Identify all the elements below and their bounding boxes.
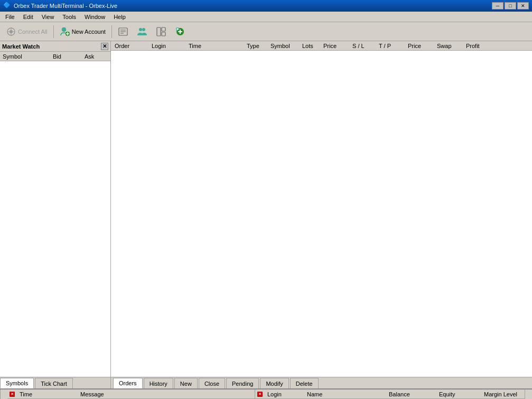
accounts-header-row: ✕ Login Name Balance Equity Margin Level — [255, 390, 525, 399]
accounts-panel-close[interactable]: ✕ — [257, 392, 263, 397]
toolbar-btn-add[interactable] — [171, 24, 189, 39]
col-symbol-orders: Symbol — [269, 43, 301, 49]
app-icon: 🔷 — [3, 2, 12, 10]
col-lots: Lots — [301, 43, 322, 49]
connect-all-label: Connect All — [18, 28, 48, 35]
new-account-button[interactable]: New Account — [56, 24, 109, 39]
toolbar: Connect All New Account — [0, 22, 532, 41]
new-account-icon — [60, 26, 70, 37]
tab-close[interactable]: Close — [199, 378, 225, 388]
minimize-button[interactable]: ─ — [492, 2, 503, 10]
tab-new[interactable]: New — [174, 378, 198, 388]
accounts-vertical-label[interactable]: Accounts — [525, 390, 532, 399]
market-watch-columns: Symbol Bid Ask — [0, 52, 110, 61]
maximize-button[interactable]: □ — [505, 2, 516, 10]
svg-point-13 — [142, 28, 145, 31]
toolbar-btn-orders[interactable] — [114, 24, 132, 39]
col-type: Type — [245, 43, 269, 49]
menu-edit[interactable]: Edit — [19, 13, 38, 21]
journal-panel-close[interactable]: ✕ — [10, 392, 15, 397]
col-price2: Price — [406, 43, 435, 49]
connect-icon — [6, 26, 16, 37]
col-margin-level-accounts: Margin Level — [482, 391, 522, 397]
tab-history[interactable]: History — [144, 378, 173, 388]
toolbar-separator-2 — [111, 25, 112, 38]
col-equity-accounts: Equity — [437, 391, 482, 397]
tab-pending[interactable]: Pending — [226, 378, 259, 388]
tab-tick-chart[interactable]: Tick Chart — [35, 378, 73, 388]
market-watch-header: Market Watch ✕ — [0, 41, 110, 52]
tab-symbols[interactable]: Symbols — [0, 378, 34, 388]
title-bar: 🔷 Orbex Trader MultiTerminal - Orbex-Liv… — [0, 0, 532, 12]
col-balance-accounts: Balance — [387, 391, 437, 397]
market-watch-close[interactable]: ✕ — [101, 43, 108, 50]
title-text: Orbex Trader MultiTerminal - Orbex-Live — [14, 3, 492, 9]
journal-header-row: ✕ Time Message — [7, 390, 255, 399]
col-ask: Ask — [83, 53, 109, 60]
journal-panel: ✕ Time Message 2017.02.15 12:5... Orbex … — [7, 390, 255, 399]
orders-tabs: Orders History New Close Pending Modify … — [111, 377, 532, 388]
tab-modify[interactable]: Modify — [260, 378, 288, 388]
col-bid: Bid — [51, 53, 83, 60]
main-container: Market Watch ✕ Symbol Bid Ask Symbols Ti… — [0, 41, 532, 388]
menu-bar: File Edit View Tools Window Help — [0, 12, 532, 22]
add-icon — [175, 26, 185, 37]
left-tabs: Symbols Tick Chart — [0, 377, 110, 388]
accounts-panel: ✕ Login Name Balance Equity Margin Level — [255, 390, 525, 399]
col-login-accounts: Login — [266, 391, 305, 397]
col-price: Price — [322, 43, 351, 49]
col-tp: T / P — [377, 43, 406, 49]
svg-point-4 — [62, 27, 66, 32]
orders-content — [111, 51, 532, 377]
toolbar-separator-1 — [53, 25, 54, 38]
col-order: Order — [113, 43, 150, 49]
market-watch-title: Market Watch — [2, 43, 40, 50]
svg-rect-14 — [157, 27, 161, 36]
tab-orders[interactable]: Orders — [113, 378, 143, 388]
menu-view[interactable]: View — [38, 13, 59, 21]
title-bar-buttons: ─ □ ✕ — [492, 2, 529, 10]
menu-tools[interactable]: Tools — [58, 13, 80, 21]
col-name-accounts: Name — [305, 391, 387, 397]
col-login: Login — [150, 43, 187, 49]
toolbar-btn-accounts[interactable] — [133, 24, 151, 39]
menu-file[interactable]: File — [1, 13, 19, 21]
col-sl: S / L — [351, 43, 377, 49]
col-message-journal: Message — [79, 391, 106, 397]
bottom-section: Toolbox ✕ Time Message 2017.02.15 12:5..… — [0, 388, 532, 399]
close-button[interactable]: ✕ — [517, 2, 529, 10]
tab-delete[interactable]: Delete — [290, 378, 319, 388]
col-swap: Swap — [435, 43, 464, 49]
right-panel: Order Login Time Type Symbol Lots Price … — [111, 41, 532, 388]
col-profit: Profit — [464, 43, 530, 49]
svg-rect-15 — [162, 27, 165, 31]
accounts-icon — [137, 26, 147, 37]
toolbox-sidebar[interactable]: Toolbox — [0, 390, 7, 399]
menu-window[interactable]: Window — [80, 13, 109, 21]
market-watch-panel: Market Watch ✕ Symbol Bid Ask Symbols Ti… — [0, 41, 111, 388]
new-account-label: New Account — [72, 28, 106, 35]
orders-columns: Order Login Time Type Symbol Lots Price … — [111, 41, 532, 51]
svg-point-12 — [139, 28, 142, 31]
col-time-journal: Time — [18, 391, 79, 397]
col-time: Time — [187, 43, 245, 49]
orders-icon — [118, 26, 128, 37]
layout-icon — [156, 26, 166, 37]
market-watch-content — [0, 61, 110, 377]
menu-help[interactable]: Help — [109, 13, 130, 21]
svg-rect-16 — [162, 32, 165, 36]
connect-all-button[interactable]: Connect All — [2, 24, 51, 39]
toolbar-btn-layout[interactable] — [152, 24, 170, 39]
col-symbol: Symbol — [1, 53, 51, 60]
